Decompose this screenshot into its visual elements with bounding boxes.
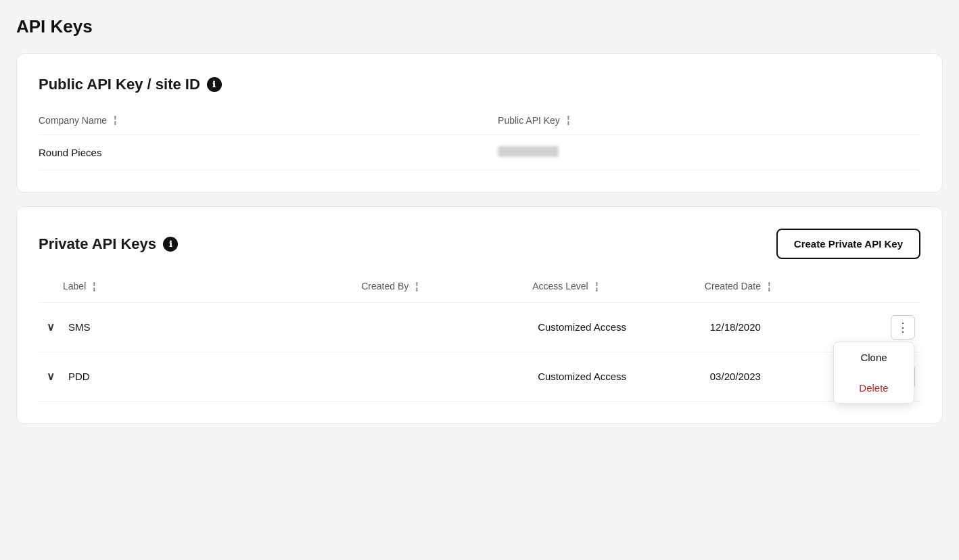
- cell-actions: ⋮CloneDelete: [834, 302, 920, 352]
- create-private-api-key-button[interactable]: Create Private API Key: [776, 229, 920, 259]
- col-created-date: Created Date: [705, 275, 835, 302]
- sort-created-by-icon[interactable]: [415, 282, 419, 293]
- col-actions: [834, 275, 920, 302]
- delete-menu-item[interactable]: Delete: [834, 373, 914, 403]
- cell-company-name: Round Pieces: [39, 135, 498, 170]
- three-dot-menu-button[interactable]: ⋮CloneDelete: [891, 315, 915, 340]
- expand-row-icon[interactable]: ∨: [44, 321, 57, 334]
- table-row: Round Pieces: [39, 135, 920, 170]
- sort-access-level-icon[interactable]: [594, 282, 599, 293]
- cell-access-level: Customized Access: [532, 302, 705, 352]
- private-card-header: Private API Keys ℹ Create Private API Ke…: [39, 229, 920, 259]
- col-access-level: Access Level: [532, 275, 705, 302]
- cell-label: SMS: [63, 302, 361, 352]
- cell-label: PDD: [63, 352, 361, 401]
- private-info-icon[interactable]: ℹ: [163, 237, 178, 252]
- blurred-api-key: [498, 146, 559, 157]
- table-row: ∨PDDCustomized Access03/20/2023⋮: [39, 352, 920, 401]
- public-card-title: Public API Key / site ID ℹ: [39, 76, 222, 93]
- col-label: Label: [63, 275, 361, 302]
- col-expand-spacer: [39, 275, 63, 302]
- public-api-key-card: Public API Key / site ID ℹ Company Name …: [16, 53, 943, 193]
- private-api-keys-table: Label Created By Access Level Created Da…: [39, 275, 920, 401]
- sort-label-icon[interactable]: [92, 282, 97, 293]
- cell-access-level: Customized Access: [532, 352, 705, 401]
- sort-company-name-icon[interactable]: [113, 116, 118, 126]
- page-title: API Keys: [16, 16, 943, 37]
- public-card-title-text: Public API Key / site ID: [39, 76, 200, 93]
- expand-row-icon[interactable]: ∨: [44, 370, 57, 383]
- public-api-key-table: Company Name Public API Key Round Pieces: [39, 110, 920, 170]
- cell-created-date: 12/18/2020: [705, 302, 835, 352]
- col-created-by: Created By: [361, 275, 532, 302]
- td-expand: ∨: [39, 352, 63, 401]
- sort-created-date-icon[interactable]: [767, 282, 772, 293]
- td-expand: ∨: [39, 302, 63, 352]
- context-menu: CloneDelete: [833, 342, 914, 404]
- public-info-icon[interactable]: ℹ: [207, 77, 222, 92]
- private-card-title-text: Private API Keys: [39, 235, 156, 253]
- cell-public-api-key: [498, 135, 920, 170]
- cell-created-by: [361, 302, 532, 352]
- clone-menu-item[interactable]: Clone: [834, 342, 914, 373]
- sort-public-api-key-icon[interactable]: [566, 116, 571, 126]
- private-card-title: Private API Keys ℹ: [39, 235, 178, 253]
- col-public-api-key: Public API Key: [498, 110, 920, 135]
- cell-created-by: [361, 352, 532, 401]
- public-card-header: Public API Key / site ID ℹ: [39, 76, 920, 93]
- col-company-name: Company Name: [39, 110, 498, 135]
- table-row: ∨SMSCustomized Access12/18/2020⋮CloneDel…: [39, 302, 920, 352]
- private-api-keys-card: Private API Keys ℹ Create Private API Ke…: [16, 206, 943, 423]
- cell-created-date: 03/20/2023: [705, 352, 835, 401]
